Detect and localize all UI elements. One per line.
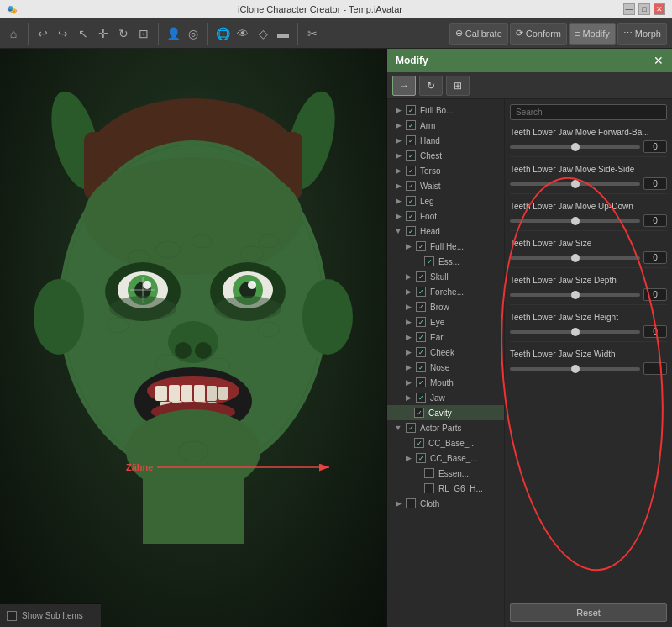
prop-thumb-lower-jaw-size-width[interactable] — [571, 365, 580, 373]
tree-item-cheek[interactable]: ▶✓Cheek — [387, 345, 504, 360]
tree-item-forehead[interactable]: ▶✓Forehe... — [387, 284, 504, 299]
prop-slider-lower-jaw-size-height[interactable] — [510, 330, 640, 334]
tree-checkbox[interactable]: ✓ — [406, 181, 416, 191]
select-icon[interactable]: ↖ — [75, 25, 92, 42]
expand-icon[interactable]: ▶ — [404, 318, 412, 326]
tab-move[interactable]: ↔ — [392, 76, 416, 96]
bar-icon[interactable]: ▬ — [275, 25, 291, 42]
figure-icon[interactable]: 👤 — [165, 25, 181, 42]
tree-item-eye[interactable]: ▶✓Eye — [387, 314, 504, 329]
prop-thumb-lower-jaw-updown[interactable] — [571, 217, 580, 225]
prop-slider-lower-jaw-size-depth[interactable] — [510, 293, 640, 297]
expand-icon[interactable]: ▶ — [394, 106, 402, 114]
tree-checkbox[interactable]: ✓ — [406, 150, 416, 161]
tree-item-leg[interactable]: ▶✓Leg — [387, 193, 504, 208]
tree-panel[interactable]: ▶✓Full Bo...▶✓Arm▶✓Hand▶✓Chest▶✓Torso▶✓W… — [387, 99, 505, 627]
expand-icon[interactable]: ▶ — [394, 151, 402, 160]
scale-icon[interactable]: ⊡ — [135, 25, 152, 42]
viewport[interactable]: Zähne Show Sub Items — [0, 49, 386, 627]
redo-button[interactable]: ↪ — [55, 25, 71, 42]
tree-checkbox[interactable]: ✓ — [406, 226, 416, 236]
tree-item-rl-g6[interactable]: RL_G6_H... — [387, 481, 504, 496]
prop-thumb-lower-jaw-forward[interactable] — [571, 143, 580, 151]
tree-checkbox[interactable]: ✓ — [416, 362, 426, 372]
expand-icon[interactable]: ▶ — [394, 197, 402, 205]
tree-item-arm[interactable]: ▶✓Arm — [387, 118, 504, 133]
expand-icon[interactable]: ▶ — [394, 182, 402, 190]
prop-value-lower-jaw-forward[interactable] — [643, 140, 667, 153]
tree-item-foot[interactable]: ▶✓Foot — [387, 208, 504, 224]
tree-checkbox[interactable]: ✓ — [406, 196, 416, 206]
prop-thumb-lower-jaw-size-depth[interactable] — [571, 291, 580, 299]
expand-icon[interactable]: ▶ — [404, 348, 412, 356]
tree-item-hand[interactable]: ▶✓Hand — [387, 133, 504, 148]
tree-checkbox[interactable]: ✓ — [406, 423, 416, 433]
expand-icon[interactable]: ▶ — [394, 166, 402, 175]
close-button[interactable]: ✕ — [654, 3, 665, 15]
tree-item-cc-base1[interactable]: ✓CC_Base_... — [387, 435, 504, 450]
globe-icon[interactable]: 🌐 — [214, 25, 231, 42]
circle-icon[interactable]: ◎ — [185, 25, 202, 42]
tree-checkbox[interactable] — [424, 483, 434, 493]
tree-checkbox[interactable]: ✓ — [406, 166, 416, 176]
panel-close-button[interactable]: ✕ — [654, 54, 664, 67]
tree-checkbox[interactable]: ✓ — [416, 347, 426, 357]
eye-icon[interactable]: 👁 — [234, 25, 251, 42]
expand-icon[interactable]: ▶ — [404, 242, 412, 250]
tree-checkbox[interactable]: ✓ — [424, 256, 434, 266]
tree-checkbox[interactable]: ✓ — [406, 120, 416, 130]
tree-item-full-head[interactable]: ▶✓Full He... — [387, 239, 504, 254]
tree-item-brow[interactable]: ▶✓Brow — [387, 299, 504, 314]
morph-button[interactable]: ⋯ Morph — [617, 23, 667, 45]
search-input[interactable] — [510, 104, 667, 120]
prop-value-lower-jaw-size[interactable] — [643, 251, 667, 264]
tree-item-actor-parts[interactable]: ▼✓Actor Parts — [387, 420, 504, 435]
expand-icon[interactable]: ▶ — [394, 121, 402, 129]
expand-icon[interactable]: ▶ — [394, 136, 402, 145]
undo-button[interactable]: ↩ — [34, 25, 51, 42]
prop-thumb-lower-jaw-size[interactable] — [571, 254, 580, 262]
expand-icon[interactable]: ▶ — [404, 378, 412, 387]
expand-icon[interactable]: ▶ — [404, 272, 412, 281]
tree-checkbox[interactable]: ✓ — [416, 377, 426, 387]
tree-item-full-body[interactable]: ▶✓Full Bo... — [387, 103, 504, 118]
reset-button[interactable]: Reset — [510, 603, 667, 622]
tree-checkbox[interactable]: ✓ — [416, 241, 426, 251]
show-sub-items-checkbox[interactable] — [7, 611, 17, 621]
conform-button[interactable]: ⟳ Conform — [510, 23, 567, 45]
calibrate-button[interactable]: ⊕ Calibrate — [449, 23, 508, 45]
rotate-icon[interactable]: ↻ — [115, 25, 132, 42]
scissors-icon[interactable]: ✂ — [304, 25, 321, 42]
tree-item-skull[interactable]: ▶✓Skull — [387, 269, 504, 284]
expand-icon[interactable]: ▶ — [404, 333, 412, 341]
move-icon[interactable]: ✛ — [95, 25, 112, 42]
expand-icon[interactable]: ▶ — [404, 303, 412, 311]
home-icon[interactable]: ⌂ — [5, 25, 22, 42]
tree-item-cloth[interactable]: ▶Cloth — [387, 496, 504, 511]
prop-value-lower-jaw-size-depth[interactable] — [643, 288, 667, 301]
tree-checkbox[interactable]: ✓ — [416, 317, 426, 327]
expand-icon[interactable]: ▶ — [404, 454, 412, 462]
tree-checkbox[interactable]: ✓ — [406, 211, 416, 221]
tree-checkbox[interactable]: ✓ — [416, 287, 426, 297]
expand-icon[interactable]: ▶ — [404, 363, 412, 371]
diamond-icon[interactable]: ◇ — [255, 25, 271, 42]
tree-item-torso[interactable]: ▶✓Torso — [387, 163, 504, 178]
prop-value-lower-jaw-size-height[interactable] — [643, 325, 667, 338]
tree-checkbox[interactable]: ✓ — [416, 332, 426, 342]
tree-item-mouth[interactable]: ▶✓Mouth — [387, 375, 504, 390]
tree-item-ear[interactable]: ▶✓Ear — [387, 329, 504, 345]
minimize-button[interactable]: — — [623, 3, 635, 15]
expand-icon[interactable]: ▶ — [394, 499, 402, 508]
tree-item-cc-base2[interactable]: ▶✓CC_Base_... — [387, 450, 504, 466]
tree-item-essen[interactable]: Essen... — [387, 466, 504, 481]
tree-item-waist[interactable]: ▶✓Waist — [387, 178, 504, 193]
prop-value-lower-jaw-side[interactable] — [643, 177, 667, 190]
tree-checkbox[interactable]: ✓ — [414, 408, 424, 418]
tree-checkbox[interactable]: ✓ — [416, 393, 426, 403]
tree-checkbox[interactable]: ✓ — [416, 302, 426, 312]
tab-rotate[interactable]: ↻ — [419, 76, 443, 96]
tree-checkbox[interactable]: ✓ — [414, 438, 424, 448]
prop-slider-lower-jaw-size[interactable] — [510, 256, 640, 260]
tree-item-head[interactable]: ▼✓Head — [387, 224, 504, 239]
